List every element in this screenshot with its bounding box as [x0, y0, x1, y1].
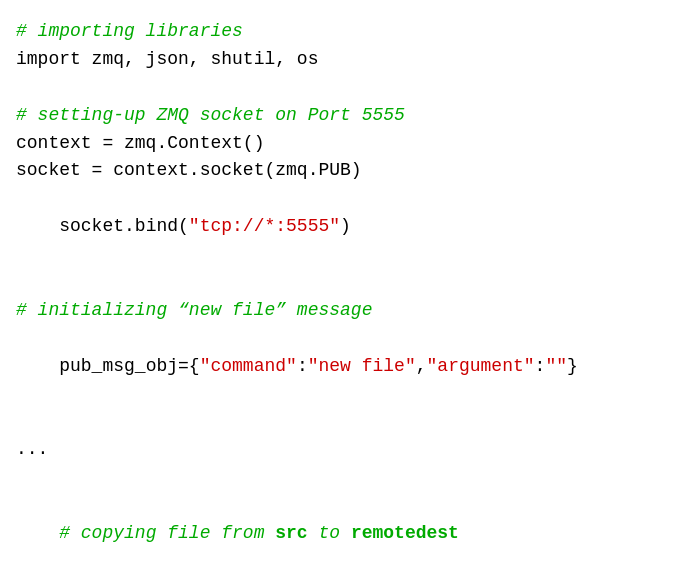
pubmsg-cmd-val: "new file"	[308, 356, 416, 376]
bind-prefix: socket.bind(	[59, 216, 189, 236]
code-block: # importing libraries import zmq, json, …	[0, 0, 692, 562]
pubmsg-arg-key: "argument"	[427, 356, 535, 376]
empty-line-1	[16, 74, 676, 102]
context-line: context = zmq.Context()	[16, 130, 676, 158]
pubmsg-line: pub_msg_obj={"command":"new file","argum…	[16, 325, 676, 409]
comment-copy-to: to	[308, 523, 351, 543]
pubmsg-cmd-key: "command"	[200, 356, 297, 376]
comment-copy-line: # copying file from src to remotedest	[16, 492, 676, 562]
comment-copy-prefix: # copying file from	[59, 523, 275, 543]
pubmsg-colon2: :	[535, 356, 546, 376]
comment-copy-dest: remotedest	[351, 523, 459, 543]
comment-import: # importing libraries	[16, 18, 676, 46]
comment-newfile: # initializing “new file” message	[16, 297, 676, 325]
pubmsg-close: }	[567, 356, 578, 376]
bind-line: socket.bind("tcp://*:5555")	[16, 185, 676, 269]
socket-line: socket = context.socket(zmq.PUB)	[16, 157, 676, 185]
empty-line-2	[16, 269, 676, 297]
ellipsis-line: ...	[16, 436, 676, 464]
empty-line-4	[16, 464, 676, 492]
empty-line-3	[16, 408, 676, 436]
comment-copy-src: src	[275, 523, 307, 543]
bind-suffix: )	[340, 216, 351, 236]
comment-zmq: # setting-up ZMQ socket on Port 5555	[16, 102, 676, 130]
pubmsg-arg-val: ""	[545, 356, 567, 376]
pubmsg-open: pub_msg_obj={	[59, 356, 199, 376]
pubmsg-comma: ,	[416, 356, 427, 376]
pubmsg-colon1: :	[297, 356, 308, 376]
import-line: import zmq, json, shutil, os	[16, 46, 676, 74]
bind-string: "tcp://*:5555"	[189, 216, 340, 236]
